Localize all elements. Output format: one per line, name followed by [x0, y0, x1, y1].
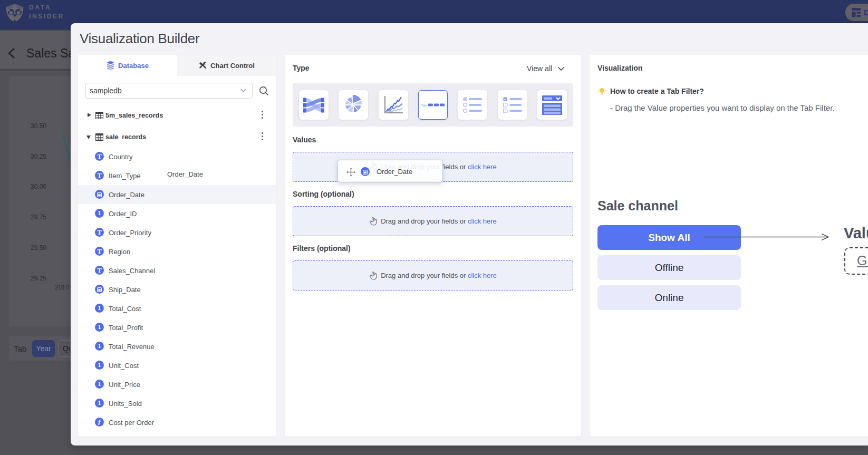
svg-text:Tab: Tab [421, 104, 427, 107]
